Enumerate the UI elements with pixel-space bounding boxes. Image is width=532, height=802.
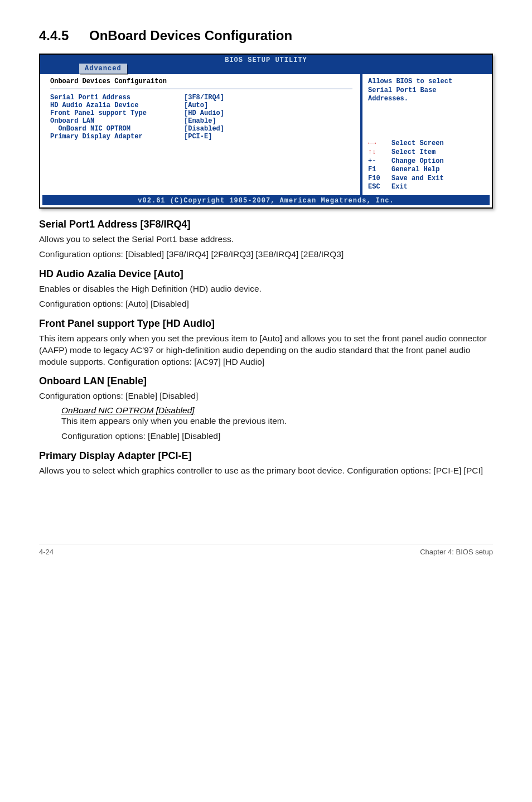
paragraph: Configuration options: [Enable] [Disable… [39, 390, 493, 402]
subheading: Onboard LAN [Enable] [39, 375, 493, 387]
bios-label: OnBoard NIC OPTROM [50, 125, 184, 133]
bios-value: [Disabled] [184, 125, 352, 133]
bios-body: Onboard Devices Configuraiton Serial Por… [40, 74, 492, 196]
bios-row: OnBoard NIC OPTROM [Disabled] [50, 125, 352, 133]
bios-help-text: Allows BIOS to select Serial Port1 Base … [368, 78, 484, 104]
key-row: ↑↓Select Item [368, 148, 484, 157]
bios-main-panel: Onboard Devices Configuraiton Serial Por… [42, 74, 361, 196]
bios-title-bar: BIOS SETUP UTILITY Advanced [40, 55, 492, 74]
key-label: F1 [368, 166, 391, 175]
bios-row: Primary Display Adapter [PCI-E] [50, 133, 352, 141]
paragraph: Configuration options: [Disabled] [3F8/I… [39, 249, 493, 260]
sub-item-block: OnBoard NIC OPTROM [Disabled] This item … [39, 405, 493, 442]
bios-value: [3F8/IRQ4] [184, 94, 352, 102]
key-desc: Exit [391, 183, 408, 192]
key-desc: Select Item [391, 148, 436, 157]
paragraph: Configuration options: [Auto] [Disabled] [39, 298, 493, 310]
bios-row: Front Panel support Type [HD Audio] [50, 109, 352, 117]
key-label: ESC [368, 183, 391, 192]
bios-help-panel: Allows BIOS to select Serial Port1 Base … [361, 74, 490, 196]
bios-value: [Enable] [184, 117, 352, 125]
key-label: +- [368, 157, 391, 166]
key-desc: Change Option [391, 157, 444, 166]
key-row: +-Change Option [368, 157, 484, 166]
bios-row: Onboard LAN [Enable] [50, 117, 352, 125]
bios-label: Primary Display Adapter [50, 133, 184, 141]
bios-title: BIOS SETUP UTILITY [225, 56, 307, 64]
key-row: F1General Help [368, 166, 484, 175]
paragraph: Configuration options: [Enable] [Disable… [61, 431, 493, 442]
key-row: ESCExit [368, 183, 484, 192]
section-number: 4.4.5 [39, 28, 72, 44]
bios-label: HD Audio Azalia Device [50, 102, 184, 109]
paragraph: Allows you to select the Serial Port1 ba… [39, 234, 493, 245]
bios-label: Onboard LAN [50, 117, 184, 125]
bios-tab-advanced: Advanced [79, 64, 127, 74]
bios-screenshot: BIOS SETUP UTILITY Advanced Onboard Devi… [39, 54, 493, 209]
page-footer: 4-24 Chapter 4: BIOS setup [39, 544, 493, 556]
sub-item-title: OnBoard NIC OPTROM [Disabled] [61, 405, 493, 416]
page-number: 4-24 [39, 548, 54, 556]
help-line: Serial Port1 Base [368, 86, 484, 95]
subheading: Front Panel support Type [HD Audio] [39, 318, 493, 330]
help-line: Addresses. [368, 95, 484, 104]
paragraph: This item appears only when you set the … [39, 333, 493, 368]
subheading: Serial Port1 Address [3F8/IRQ4] [39, 219, 493, 230]
bios-panel-title: Onboard Devices Configuraiton [50, 78, 167, 85]
bios-row: HD Audio Azalia Device [Auto] [50, 102, 352, 109]
paragraph: This item appears only when you enable t… [61, 416, 493, 427]
key-row: ←→Select Screen [368, 139, 484, 148]
paragraph: Enables or disables the High Definition … [39, 283, 493, 295]
key-desc: General Help [391, 166, 439, 175]
nav-arrows-icon: ↑↓ [368, 148, 391, 157]
key-row: F10Save and Exit [368, 175, 484, 183]
bios-value: [HD Audio] [184, 109, 352, 117]
paragraph: Allows you to select which graphics cont… [39, 465, 493, 477]
bios-label: Front Panel support Type [50, 109, 184, 117]
bios-tabs: Advanced [40, 64, 492, 74]
subheading: Primary Display Adapter [PCI-E] [39, 450, 493, 462]
key-desc: Save and Exit [391, 175, 444, 183]
bios-row: Serial Port1 Address [3F8/IRQ4] [50, 94, 352, 102]
bios-footer: v02.61 (C)Copyright 1985-2007, American … [42, 196, 490, 205]
section-title: OnBoard Devices Configuration [89, 28, 292, 44]
chapter-label: Chapter 4: BIOS setup [420, 548, 493, 556]
key-label: F10 [368, 175, 391, 183]
subheading: HD Audio Azalia Device [Auto] [39, 268, 493, 280]
bios-label: Serial Port1 Address [50, 94, 184, 102]
bios-value: [Auto] [184, 102, 352, 109]
bios-value: [PCI-E] [184, 133, 352, 141]
help-line: Allows BIOS to select [368, 78, 484, 86]
nav-arrows-icon: ←→ [368, 139, 391, 148]
section-heading: 4.4.5 OnBoard Devices Configuration [39, 28, 493, 44]
bios-key-legend: ←→Select Screen ↑↓Select Item +-Change O… [368, 139, 484, 192]
key-desc: Select Screen [391, 139, 444, 148]
